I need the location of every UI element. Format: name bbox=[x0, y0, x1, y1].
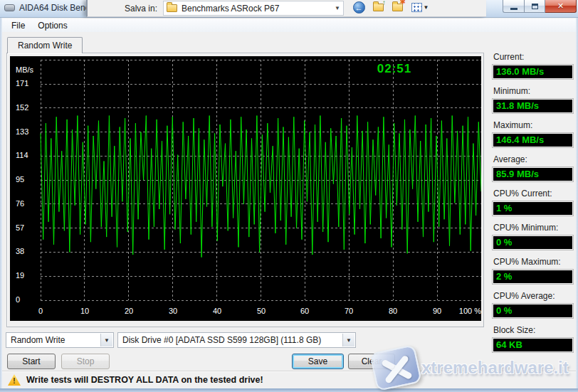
chevron-down-icon: ▼ bbox=[335, 5, 340, 11]
y-tick-label: 133 bbox=[16, 127, 44, 136]
window-controls: ✕ bbox=[503, 0, 577, 13]
stat-group: Maximum: 146.4 MB/s bbox=[492, 120, 574, 148]
warning-icon: ! bbox=[8, 374, 21, 386]
back-button[interactable]: ← bbox=[352, 1, 365, 14]
window-border-left bbox=[0, 18, 2, 388]
stat-value-box: 1 % bbox=[492, 201, 574, 216]
minimize-icon bbox=[510, 8, 517, 10]
stat-group: CPU% Maximum: 2 % bbox=[492, 257, 574, 285]
x-tick-label: 90 bbox=[423, 307, 451, 315]
stat-group: CPU% Current: 1 % bbox=[492, 189, 574, 216]
stat-value-box: 136.0 MB/s bbox=[492, 64, 574, 80]
stat-value: 2 % bbox=[493, 270, 572, 283]
stat-value: 85.9 MB/s bbox=[493, 168, 572, 181]
stat-label: Average: bbox=[493, 154, 574, 164]
x-tick-label: 100 % bbox=[448, 307, 481, 315]
x-tick-label: 30 bbox=[159, 307, 187, 315]
save-button[interactable]: Save bbox=[292, 354, 344, 369]
chevron-down-icon: ▼ bbox=[100, 334, 112, 346]
tab-label: Random Write bbox=[18, 41, 72, 51]
stat-group: CPU% Minimum: 0 % bbox=[492, 223, 574, 250]
x-tick-label: 80 bbox=[379, 307, 407, 315]
dialog-toolbar: ← ↑ ✱ ▼ bbox=[352, 1, 430, 14]
stat-group: Minimum: 31.8 MB/s bbox=[492, 86, 574, 114]
x-tick-label: 10 bbox=[70, 307, 99, 315]
maximize-button[interactable] bbox=[524, 0, 545, 13]
x-tick-label: 40 bbox=[203, 307, 231, 315]
drive-dropdown[interactable]: Disk Drive #0 [ADATA SSD S599 128GB] (11… bbox=[117, 332, 356, 348]
aida64-disk-benchmark-window: AIDA64 Disk Bench ✕ Salva in: Benchmarks… bbox=[0, 0, 578, 392]
stat-value: 146.4 MB/s bbox=[493, 134, 572, 147]
views-icon bbox=[411, 3, 422, 12]
benchmark-chart: 02:51 MB/s171152133114957657381900102030… bbox=[10, 56, 481, 321]
chevron-down-icon: ▼ bbox=[342, 334, 354, 346]
stat-value: 0 % bbox=[493, 304, 572, 317]
stat-value-box: 64 KB bbox=[492, 337, 574, 353]
minimize-button[interactable] bbox=[503, 0, 524, 13]
window-title: AIDA64 Disk Bench bbox=[19, 3, 94, 13]
x-tick-label: 0 bbox=[26, 307, 55, 315]
new-folder-button[interactable]: ✱ bbox=[391, 1, 404, 14]
stop-button[interactable]: Stop bbox=[61, 354, 110, 369]
stat-label: Current: bbox=[493, 52, 574, 62]
stat-value-box: 0 % bbox=[492, 235, 574, 250]
back-icon: ← bbox=[353, 1, 365, 14]
y-tick-label: 57 bbox=[16, 223, 44, 232]
stat-label: CPU% Minimum: bbox=[493, 223, 574, 233]
y-tick-label: 0 bbox=[16, 295, 44, 304]
y-axis-unit-label: MB/s bbox=[16, 65, 44, 74]
menu-bar: File Options bbox=[1, 18, 577, 32]
close-button[interactable]: ✕ bbox=[545, 0, 577, 13]
maximize-icon bbox=[532, 4, 538, 9]
status-bar: ! Write tests will DESTROY ALL DATA on t… bbox=[2, 371, 576, 388]
stat-value-box: 2 % bbox=[492, 269, 574, 285]
stat-group: Current: 136.0 MB/s bbox=[492, 52, 574, 80]
tab-random-write[interactable]: Random Write bbox=[7, 37, 83, 53]
test-type-dropdown[interactable]: Random Write ▼ bbox=[6, 332, 114, 348]
stat-label: Block Size: bbox=[493, 325, 574, 335]
window-border-bottom bbox=[0, 388, 578, 392]
test-type-value: Random Write bbox=[11, 335, 65, 345]
stat-value-box: 31.8 MB/s bbox=[492, 98, 574, 114]
stat-group: CPU% Average: 0 % bbox=[492, 291, 574, 319]
folder-icon bbox=[167, 4, 177, 12]
y-tick-label: 38 bbox=[16, 247, 44, 255]
stat-label: Minimum: bbox=[493, 86, 574, 96]
x-tick-label: 60 bbox=[290, 307, 319, 315]
save-location-dropdown[interactable]: Benchmarks ASRock P67 ▼ bbox=[163, 1, 344, 16]
up-arrow-icon: ↑ bbox=[382, 0, 386, 6]
stat-value-box: 146.4 MB/s bbox=[492, 132, 574, 148]
stats-sidebar: Current: 136.0 MB/s Minimum: 31.8 MB/s M… bbox=[492, 52, 574, 359]
start-button[interactable]: Start bbox=[7, 354, 56, 369]
clear-button[interactable]: Clear bbox=[348, 354, 395, 369]
stat-label: CPU% Average: bbox=[493, 291, 574, 301]
elapsed-time: 02:51 bbox=[366, 62, 423, 76]
close-icon: ✕ bbox=[557, 1, 564, 11]
stat-group: Average: 85.9 MB/s bbox=[492, 154, 574, 182]
views-dropdown-icon: ▼ bbox=[424, 4, 429, 11]
new-folder-star-icon: ✱ bbox=[400, 0, 406, 6]
stat-value: 1 % bbox=[493, 202, 572, 215]
menu-options[interactable]: Options bbox=[32, 19, 73, 32]
menu-file[interactable]: File bbox=[6, 19, 31, 32]
drive-value: Disk Drive #0 [ADATA SSD S599 128GB] (11… bbox=[122, 335, 321, 345]
views-menu-button[interactable]: ▼ bbox=[410, 1, 430, 14]
y-tick-label: 19 bbox=[16, 271, 44, 280]
stat-value: 64 KB bbox=[493, 339, 572, 351]
stat-group: Block Size: 64 KB bbox=[492, 325, 574, 353]
x-tick-label: 70 bbox=[335, 307, 363, 315]
save-location-value: Benchmarks ASRock P67 bbox=[182, 4, 279, 14]
title-left: AIDA64 Disk Bench bbox=[4, 3, 94, 13]
warning-text: Write tests will DESTROY ALL DATA on the… bbox=[26, 375, 263, 385]
save-in-label: Salva in: bbox=[125, 4, 157, 14]
save-dialog-fragment: Salva in: Benchmarks ASRock P67 ▼ ← ↑ ✱ … bbox=[86, 0, 486, 17]
stat-value: 0 % bbox=[493, 236, 572, 249]
stat-value: 136.0 MB/s bbox=[493, 65, 572, 78]
stat-label: CPU% Maximum: bbox=[493, 257, 574, 267]
x-tick-label: 20 bbox=[115, 307, 143, 315]
app-disk-icon bbox=[4, 4, 15, 11]
stat-label: Maximum: bbox=[493, 120, 574, 130]
y-tick-label: 76 bbox=[16, 199, 44, 208]
up-one-level-button[interactable]: ↑ bbox=[372, 1, 384, 14]
stat-value-box: 0 % bbox=[492, 303, 574, 319]
